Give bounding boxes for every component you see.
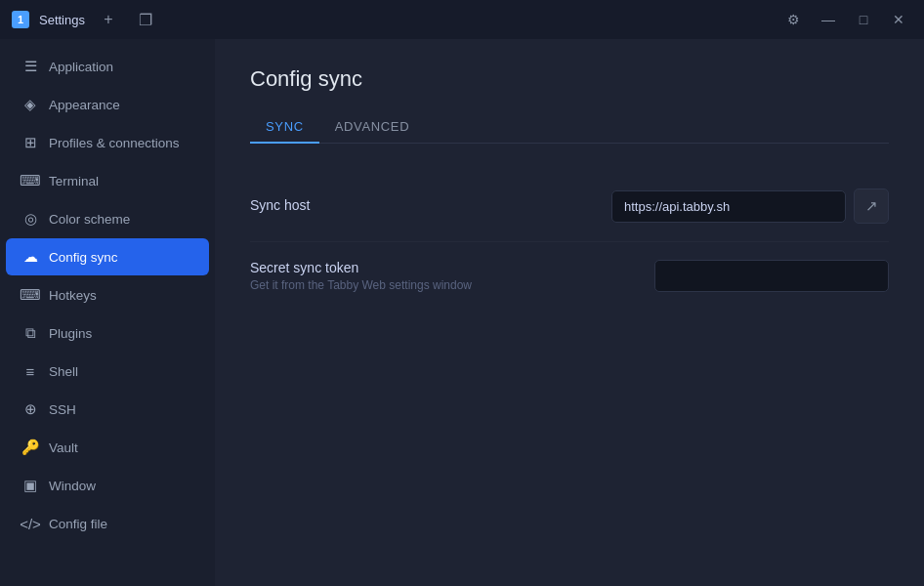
label-group-secret-sync-token: Secret sync tokenGet it from the Tabby W…: [250, 260, 596, 292]
sidebar-icon-profiles: ⊞: [21, 134, 39, 151]
sidebar-label-ssh: SSH: [49, 402, 76, 417]
sidebar-icon-hotkeys: ⌨: [21, 286, 39, 304]
titlebar-left: 1 Settings + ❐: [12, 6, 159, 33]
control-group-secret-sync-token: [596, 260, 889, 292]
main-layout: ☰Application◈Appearance⊞Profiles & conne…: [0, 39, 924, 586]
sidebar-item-ssh[interactable]: ⊕SSH: [6, 391, 209, 428]
sidebar: ☰Application◈Appearance⊞Profiles & conne…: [0, 39, 215, 586]
sidebar-label-application: Application: [49, 60, 113, 74]
sidebar-item-profiles[interactable]: ⊞Profiles & connections: [6, 124, 209, 161]
close-button[interactable]: ✕: [885, 6, 912, 33]
sidebar-icon-window: ▣: [21, 477, 39, 494]
sidebar-icon-vault: 🔑: [21, 439, 39, 456]
sidebar-label-hotkeys: Hotkeys: [49, 288, 97, 303]
sidebar-icon-terminal: ⌨: [21, 172, 39, 189]
label-group-sync-host: Sync host: [250, 197, 596, 216]
tab-advanced[interactable]: ADVANCED: [319, 111, 425, 144]
field-desc-secret-sync-token: Get it from the Tabby Web settings windo…: [250, 278, 596, 292]
sidebar-item-window[interactable]: ▣Window: [6, 467, 209, 504]
input-sync-host[interactable]: [611, 190, 846, 223]
sidebar-label-color-scheme: Color scheme: [49, 212, 130, 227]
minimize-button[interactable]: —: [815, 6, 842, 33]
sidebar-label-appearance: Appearance: [49, 98, 120, 112]
open-btn-sync-host[interactable]: ↗: [854, 188, 889, 224]
app-logo: 1: [12, 11, 29, 28]
sidebar-icon-plugins: ⧉: [21, 324, 39, 342]
sidebar-item-config-sync[interactable]: ☁Config sync: [6, 238, 209, 275]
control-group-sync-host: ↗: [596, 188, 889, 224]
sidebar-label-window: Window: [49, 479, 96, 493]
sidebar-label-profiles: Profiles & connections: [49, 136, 180, 150]
sidebar-icon-config-file: </>: [21, 515, 39, 532]
sidebar-label-config-file: Config file: [49, 517, 107, 531]
tab-sync[interactable]: SYNC: [250, 111, 319, 144]
sidebar-icon-color-scheme: ◎: [21, 210, 39, 228]
sidebar-icon-shell: ≡: [21, 362, 39, 380]
sidebar-icon-application: ☰: [21, 58, 39, 75]
sidebar-item-color-scheme[interactable]: ◎Color scheme: [6, 200, 209, 237]
sidebar-icon-appearance: ◈: [21, 96, 39, 113]
sidebar-label-terminal: Terminal: [49, 174, 99, 188]
sidebar-item-shell[interactable]: ≡Shell: [6, 353, 209, 390]
sidebar-item-appearance[interactable]: ◈Appearance: [6, 86, 209, 123]
sidebar-item-vault[interactable]: 🔑Vault: [6, 429, 209, 466]
titlebar-title: Settings: [39, 13, 85, 27]
form-fields: Sync host↗Secret sync tokenGet it from t…: [250, 171, 889, 310]
tab-bar: SYNCADVANCED: [250, 111, 889, 144]
sidebar-icon-ssh: ⊕: [21, 400, 39, 418]
page-title: Config sync: [250, 66, 889, 92]
titlebar: 1 Settings + ❐ ⚙ — □ ✕: [0, 0, 924, 39]
sidebar-item-application[interactable]: ☰Application: [6, 48, 209, 85]
sidebar-item-config-file[interactable]: </>Config file: [6, 505, 209, 542]
sidebar-icon-config-sync: ☁: [21, 248, 39, 266]
sidebar-item-terminal[interactable]: ⌨Terminal: [6, 162, 209, 199]
sidebar-item-plugins[interactable]: ⧉Plugins: [6, 314, 209, 352]
new-tab-button[interactable]: +: [95, 6, 122, 33]
field-label-secret-sync-token: Secret sync token: [250, 260, 596, 275]
form-row-sync-host: Sync host↗: [250, 171, 889, 242]
sidebar-label-shell: Shell: [49, 364, 78, 379]
field-label-sync-host: Sync host: [250, 197, 596, 213]
windows-button[interactable]: ❐: [132, 6, 159, 33]
content-area: Config sync SYNCADVANCED Sync host↗Secre…: [215, 39, 924, 586]
settings-button[interactable]: ⚙: [779, 6, 807, 33]
sidebar-item-hotkeys[interactable]: ⌨Hotkeys: [6, 276, 209, 314]
sidebar-label-vault: Vault: [49, 440, 78, 455]
sidebar-label-plugins: Plugins: [49, 326, 92, 341]
sidebar-label-config-sync: Config sync: [49, 250, 118, 265]
input-secret-sync-token[interactable]: [654, 260, 889, 292]
form-row-secret-sync-token: Secret sync tokenGet it from the Tabby W…: [250, 242, 889, 310]
maximize-button[interactable]: □: [850, 6, 877, 33]
titlebar-actions: ⚙ — □ ✕: [779, 6, 912, 33]
